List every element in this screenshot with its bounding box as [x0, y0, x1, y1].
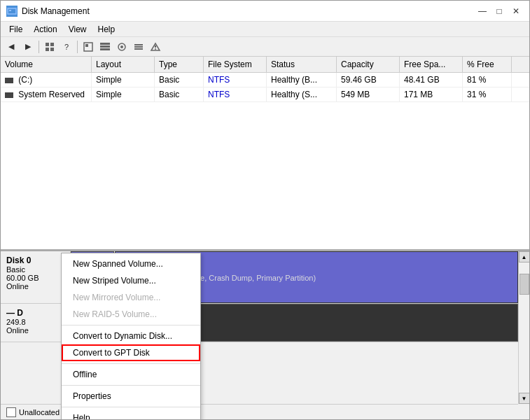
volume-table-panel: Volume Layout Type File System Status Ca…: [1, 57, 529, 251]
ctx-new-mirrored: New Mirrored Volume...: [62, 289, 200, 306]
scroll-up-arrow[interactable]: ▲: [519, 251, 530, 262]
svg-rect-2: [46, 43, 49, 46]
ctx-separator-2: [62, 363, 200, 364]
legend-unalloc-label: Unallocated: [19, 408, 60, 416]
disk-0-row: Disk 0 Basic 60.00 GB Online ary Pa... (…: [1, 251, 518, 304]
app-icon: [6, 6, 18, 17]
svg-point-16: [155, 48, 156, 50]
context-menu: New Spanned Volume... New Striped Volume…: [61, 253, 201, 419]
svg-rect-10: [100, 48, 110, 50]
table-header: Volume Layout Type File System Status Ca…: [1, 57, 529, 73]
disk-0-status: Online: [6, 282, 64, 290]
svg-point-12: [120, 46, 123, 48]
close-button[interactable]: ✕: [508, 4, 524, 19]
ctx-help[interactable]: Help: [62, 410, 200, 419]
col-layout: Layout: [92, 57, 155, 72]
back-button[interactable]: ◀: [4, 39, 19, 55]
table-row[interactable]: (C:) Simple Basic NTFS Healthy (B... 59.…: [1, 73, 529, 88]
svg-rect-13: [134, 44, 143, 46]
cell-fs-2: NTFS: [204, 88, 267, 102]
cell-volume-1: (C:): [1, 73, 92, 87]
svg-rect-4: [46, 48, 49, 51]
toolbar-separator-2: [77, 41, 78, 53]
ctx-convert-gpt[interactable]: Convert to GPT Disk: [62, 344, 200, 361]
cell-layout-2: Simple: [92, 88, 155, 102]
legend-unalloc-box: [6, 407, 16, 417]
disk-0-size: 60.00 GB: [6, 274, 64, 282]
scroll-thumb[interactable]: [519, 274, 529, 295]
svg-rect-9: [100, 46, 110, 48]
legend-unallocated: Unallocated: [6, 407, 60, 417]
disk-0-label: Disk 0 Basic 60.00 GB Online: [1, 251, 71, 303]
ctx-new-striped[interactable]: New Striped Volume...: [62, 272, 200, 289]
disk-icon-1: [5, 78, 13, 83]
title-bar: Disk Management — □ ✕: [1, 1, 529, 22]
svg-rect-5: [50, 48, 54, 51]
window-controls: — □ ✕: [475, 4, 524, 19]
col-status: Status: [267, 57, 337, 72]
cell-pct-2: 31 %: [463, 88, 512, 102]
cell-type-2: Basic: [155, 88, 204, 102]
cell-capacity-2: 549 MB: [337, 88, 400, 102]
cell-fs-1: NTFS: [204, 73, 267, 87]
svg-rect-3: [50, 43, 54, 46]
toolbar-btn-8[interactable]: [131, 39, 146, 55]
disk-1-title: — D: [6, 308, 64, 318]
toolbar: ◀ ▶ ?: [1, 37, 529, 57]
ctx-new-raid5: New RAID-5 Volume...: [62, 306, 200, 323]
table-row[interactable]: System Reserved Simple Basic NTFS Health…: [1, 88, 529, 102]
table-body: (C:) Simple Basic NTFS Healthy (B... 59.…: [1, 73, 529, 249]
svg-rect-7: [85, 44, 88, 47]
scroll-down-arrow[interactable]: ▼: [519, 393, 530, 404]
vertical-scrollbar[interactable]: ▲ ▼: [518, 251, 529, 404]
col-type: Type: [155, 57, 204, 72]
menu-view[interactable]: View: [63, 23, 92, 36]
col-filesystem: File System: [204, 57, 267, 72]
svg-rect-14: [134, 46, 143, 48]
toolbar-btn-6[interactable]: [97, 39, 113, 55]
toolbar-btn-7[interactable]: [114, 39, 130, 55]
toolbar-btn-3[interactable]: [42, 39, 57, 55]
disk-0-type: Basic: [6, 265, 64, 274]
cell-status-2: Healthy (S...: [267, 88, 337, 102]
disk-icon-2: [5, 92, 13, 98]
cell-type-1: Basic: [155, 73, 204, 87]
disk-1-status: Online: [6, 326, 64, 335]
disk-map-panel: ▲ ▼ Disk 0 Basic 60.00 GB Online ary Pa.…: [1, 251, 529, 419]
ctx-properties[interactable]: Properties: [62, 388, 200, 405]
cell-layout-1: Simple: [92, 73, 155, 87]
svg-rect-8: [100, 43, 110, 45]
col-free: Free Spa...: [400, 57, 463, 72]
cell-status-1: Healthy (B...: [267, 73, 337, 87]
svg-rect-15: [134, 48, 143, 50]
menu-bar: File Action View Help: [1, 22, 529, 37]
svg-rect-17: [155, 46, 156, 48]
col-volume: Volume: [1, 57, 92, 72]
col-capacity: Capacity: [337, 57, 400, 72]
cell-pct-1: 81 %: [463, 73, 512, 87]
toolbar-btn-9[interactable]: [148, 39, 163, 55]
toolbar-separator-1: [39, 41, 39, 53]
minimize-button[interactable]: —: [475, 4, 490, 19]
toolbar-btn-5[interactable]: [81, 39, 96, 55]
main-window: Disk Management — □ ✕ File Action View H…: [0, 0, 530, 420]
menu-help[interactable]: Help: [92, 23, 121, 36]
disk-0-title: Disk 0: [6, 255, 64, 265]
disk-1-label: — D 249.8 Online: [1, 304, 71, 342]
ctx-offline[interactable]: Offline: [62, 366, 200, 383]
ctx-convert-dynamic[interactable]: Convert to Dynamic Disk...: [62, 328, 200, 344]
cell-free-1: 48.41 GB: [400, 73, 463, 87]
maximize-button[interactable]: □: [491, 4, 507, 19]
svg-rect-0: [8, 8, 16, 14]
menu-action[interactable]: Action: [28, 23, 62, 36]
help-toolbar-button[interactable]: ?: [59, 39, 74, 55]
menu-file[interactable]: File: [4, 23, 28, 36]
cell-volume-2: System Reserved: [1, 88, 92, 102]
disk-1-size: 249.8: [6, 318, 64, 326]
forward-button[interactable]: ▶: [20, 39, 36, 55]
ctx-separator-4: [62, 407, 200, 407]
ctx-new-spanned[interactable]: New Spanned Volume...: [62, 255, 200, 272]
ctx-separator-3: [62, 385, 200, 386]
cell-free-2: 171 MB: [400, 88, 463, 102]
col-pct: % Free: [463, 57, 512, 72]
